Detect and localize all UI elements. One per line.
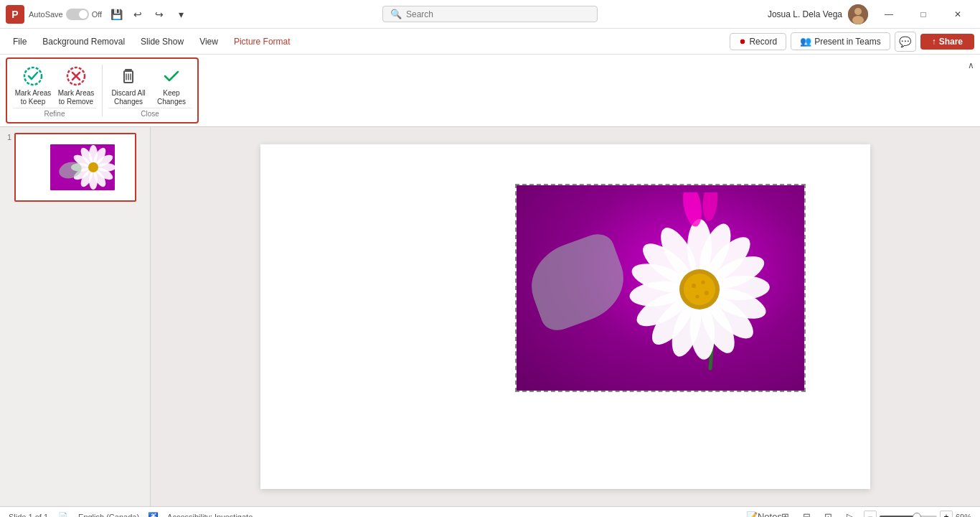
autosave-state: Off <box>92 10 102 19</box>
language-label: English (Canada) <box>78 513 139 518</box>
slide-thumb-content <box>16 134 135 200</box>
reading-view-button[interactable]: ⊡ <box>821 509 837 518</box>
notes-icon: 📝 <box>746 511 758 517</box>
refine-label: Refine <box>13 108 96 119</box>
save-button[interactable]: 💾 <box>106 4 126 24</box>
ribbon-refine-group: Mark Areasto Keep Mark Areasto Remove Re… <box>13 62 96 119</box>
zoom-level: 69% <box>956 513 971 518</box>
ribbon-chevron[interactable]: ∧ <box>968 60 974 70</box>
mark-keep-icon <box>22 65 44 88</box>
menu-slide-show[interactable]: Slide Show <box>133 34 191 50</box>
ribbon: Mark Areasto Keep Mark Areasto Remove Re… <box>0 55 980 127</box>
menu-background-removal[interactable]: Background Removal <box>35 34 132 50</box>
user-name: Josua L. Dela Vega <box>768 9 842 19</box>
notes-button[interactable]: 📝 Notes <box>756 509 772 518</box>
flower-container[interactable] <box>515 184 806 392</box>
svg-point-30 <box>88 162 98 172</box>
svg-point-50 <box>684 274 715 305</box>
zoom-out-button[interactable]: − <box>864 511 877 518</box>
search-box[interactable]: 🔍 <box>382 6 598 22</box>
notes-page-button[interactable]: 📄 <box>57 511 70 518</box>
flower-background <box>517 185 804 391</box>
slideshow-button[interactable]: ▷ <box>842 509 858 518</box>
maximize-button[interactable]: □ <box>907 4 940 25</box>
menu-view[interactable]: View <box>192 34 225 50</box>
teams-icon: 👥 <box>800 36 811 47</box>
customize-button[interactable]: ▾ <box>171 4 191 24</box>
keep-changes-label: KeepChanges <box>157 89 186 106</box>
menu-bar-right: ⏺ Record 👥 Present in Teams 💬 ↑ Share <box>730 32 974 52</box>
mark-areas-keep-button[interactable]: Mark Areasto Keep <box>13 62 53 108</box>
share-button[interactable]: ↑ Share <box>920 34 974 50</box>
menu-file[interactable]: File <box>6 34 34 50</box>
minimize-button[interactable]: — <box>872 4 905 25</box>
main-area: 1 <box>0 127 980 506</box>
mark-remove-label: Mark Areasto Remove <box>58 89 95 106</box>
undo-button[interactable]: ↩ <box>128 4 148 24</box>
svg-line-5 <box>32 73 37 79</box>
zoom-controls: − + 69% <box>864 511 971 518</box>
mark-keep-label: Mark Areasto Keep <box>15 89 52 106</box>
canvas-area <box>151 127 980 506</box>
status-bar: Slide 1 of 1 📄 English (Canada) ♿ Access… <box>0 506 980 517</box>
svg-point-56 <box>702 192 720 222</box>
autosave-area: AutoSave Off <box>29 9 102 20</box>
discard-changes-button[interactable]: Discard AllChanges <box>108 62 149 108</box>
slide-panel: 1 <box>0 127 151 506</box>
mark-remove-icon <box>65 65 88 88</box>
svg-point-2 <box>852 16 864 24</box>
slide-sorter-button[interactable]: ⊟ <box>799 509 815 518</box>
ribbon-refine-buttons: Mark Areasto Keep Mark Areasto Remove <box>13 62 96 108</box>
window-controls: — □ ✕ <box>872 4 974 25</box>
normal-view-button[interactable]: ⊞ <box>778 509 793 518</box>
svg-point-51 <box>692 284 696 288</box>
close-label: Close <box>108 108 192 119</box>
ribbon-outlined-group: Mark Areasto Keep Mark Areasto Remove Re… <box>6 57 199 124</box>
autosave-label: AutoSave <box>29 10 63 19</box>
autosave-toggle[interactable] <box>66 9 89 20</box>
status-bar-right: 📝 Notes ⊞ ⊟ ⊡ ▷ − + 69% <box>756 509 971 518</box>
accessibility-icon: ♿ <box>148 512 159 518</box>
title-bar: P AutoSave Off 💾 ↩ ↪ ▾ Presentation1 - P… <box>0 0 980 29</box>
ribbon-close-group: Discard AllChanges KeepChanges Close <box>108 62 192 119</box>
accessibility-label: Accessibility: Investigate <box>167 513 253 518</box>
present-teams-button[interactable]: 👥 Present in Teams <box>791 32 890 50</box>
user-area: Josua L. Dela Vega <box>768 4 868 24</box>
svg-point-53 <box>705 291 709 295</box>
record-icon: ⏺ <box>739 37 746 45</box>
redo-button[interactable]: ↪ <box>149 4 169 24</box>
slide-canvas[interactable] <box>260 144 870 489</box>
discard-icon <box>117 65 140 88</box>
share-icon: ↑ <box>932 37 936 47</box>
menu-bar: File Background Removal Slide Show View … <box>0 29 980 55</box>
svg-point-52 <box>702 281 705 284</box>
record-button[interactable]: ⏺ Record <box>730 33 786 50</box>
comment-button[interactable]: 💬 <box>895 32 916 52</box>
keep-changes-button[interactable]: KeepChanges <box>151 62 192 108</box>
daisy-flower <box>560 192 789 386</box>
ribbon-close-buttons: Discard AllChanges KeepChanges <box>108 62 192 108</box>
user-avatar[interactable] <box>848 4 868 24</box>
svg-point-54 <box>696 295 699 299</box>
ribbon-separator <box>102 65 103 116</box>
close-button[interactable]: ✕ <box>941 4 974 25</box>
app-logo: P <box>6 5 24 24</box>
toolbar-icons: 💾 ↩ ↪ ▾ <box>106 4 191 24</box>
search-icon: 🔍 <box>390 9 402 19</box>
slide-thumbnail[interactable] <box>14 133 136 202</box>
search-input[interactable] <box>406 9 585 19</box>
comment-icon: 💬 <box>899 36 911 47</box>
slide-number: 1 <box>6 133 11 141</box>
mark-areas-remove-button[interactable]: Mark Areasto Remove <box>56 62 96 108</box>
svg-point-1 <box>854 8 862 15</box>
keep-changes-icon <box>160 65 183 88</box>
menu-picture-format[interactable]: Picture Format <box>227 34 298 50</box>
zoom-in-button[interactable]: + <box>940 511 953 518</box>
discard-label: Discard AllChanges <box>111 89 145 106</box>
slide-info: Slide 1 of 1 <box>9 513 48 518</box>
